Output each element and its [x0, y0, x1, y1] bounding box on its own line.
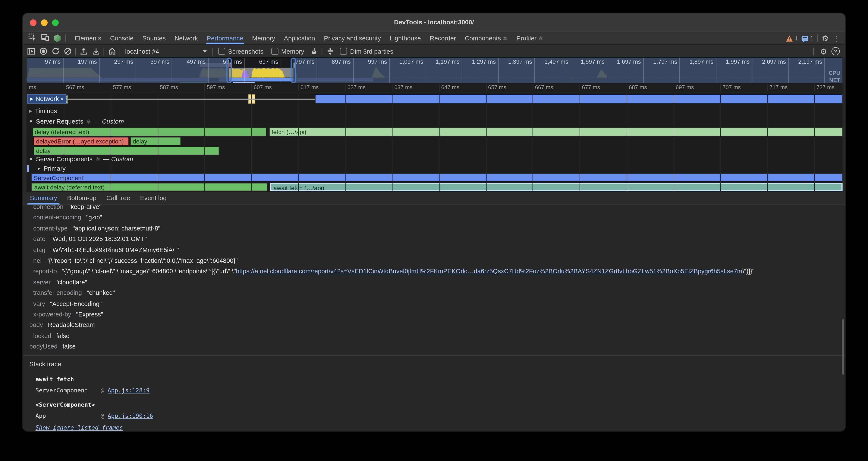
flame-bar[interactable]: await fetch (…/api) — [270, 182, 842, 191]
track-server-requests[interactable]: ▼ Server Requests ⚛ — Custom — [29, 118, 124, 125]
property-row[interactable]: content-type"application/json; charset=u… — [23, 223, 845, 234]
record-icon[interactable] — [37, 46, 49, 57]
tab-sources[interactable]: Sources — [138, 32, 170, 44]
flame-bar[interactable]: delay — [130, 137, 181, 145]
more-options-kebab-icon[interactable]: ⋮ — [833, 34, 840, 42]
caret-down-icon: ▼ — [29, 119, 33, 124]
settings-gear-icon[interactable]: ⚙ — [822, 34, 829, 42]
frame-at-symbol: @ — [101, 387, 104, 394]
reload-and-record-icon[interactable] — [49, 46, 62, 57]
memory-checkbox[interactable]: Memory — [271, 48, 304, 55]
garbage-collect-icon[interactable] — [308, 46, 320, 57]
details-tab-event-log[interactable]: Event log — [135, 192, 172, 205]
track-timings[interactable]: ▶ Timings — [29, 108, 57, 114]
target-selector-dropdown[interactable]: localhost #4 — [122, 48, 210, 55]
load-profile-icon[interactable] — [78, 46, 90, 57]
property-row[interactable]: server"cloudflare" — [23, 277, 845, 288]
ruler-tick-label: 607 ms — [251, 84, 272, 91]
property-row[interactable]: report-to"{\"group\":\"cf-nel\",\"max_ag… — [23, 266, 845, 277]
property-key: connection — [33, 205, 64, 210]
track-network[interactable]: ▶ Network — [27, 94, 67, 104]
tab-components[interactable]: Components⚛ — [461, 32, 512, 44]
tab-recorder[interactable]: Recorder — [425, 32, 460, 44]
timeline-overview[interactable]: 97 ms197 ms297 ms397 ms497 ms597 ms697 m… — [27, 57, 842, 83]
property-row[interactable]: transfer-encoding"chunked" — [23, 288, 845, 298]
tab-memory[interactable]: Memory — [248, 32, 279, 44]
overview-gridline — [353, 58, 354, 83]
tab-console[interactable]: Console — [106, 32, 138, 44]
details-tab-call-tree[interactable]: Call tree — [101, 192, 135, 205]
divider — [813, 48, 814, 55]
tab-performance[interactable]: Performance — [202, 32, 248, 44]
response-properties-list: connection"keep-alive"content-encoding"g… — [23, 205, 845, 431]
overview-gridline — [679, 58, 680, 83]
warnings-badge[interactable]: ! 1 — [786, 35, 798, 41]
frame-source-link[interactable]: App.js:190:16 — [107, 412, 153, 419]
property-row[interactable]: content-encoding"gzip" — [23, 212, 845, 223]
panel-settings-gear-icon[interactable]: ⚙ — [820, 48, 827, 55]
toggle-device-toolbar-icon[interactable] — [41, 33, 49, 44]
report-url-link[interactable]: https://a.nel.cloudflare.com/report/v4?s… — [236, 268, 742, 275]
property-row[interactable]: nel"{\"report_to\":\"cf-nel\",\"success_… — [23, 256, 845, 266]
tab-network[interactable]: Network — [170, 32, 203, 44]
details-tab-summary[interactable]: Summary — [25, 192, 62, 205]
flame-bar[interactable]: delay — [33, 146, 219, 155]
save-profile-icon[interactable] — [90, 46, 102, 57]
property-row[interactable]: lockedfalse — [23, 331, 845, 342]
flame-bar[interactable]: fetch (…/api) — [269, 127, 842, 136]
tab-application[interactable]: Application — [280, 32, 319, 44]
flame-bar[interactable]: await delay (deferred text) — [31, 182, 267, 191]
scrollbar-thumb[interactable] — [842, 319, 844, 375]
selection-handle-left[interactable] — [226, 58, 232, 83]
dim-3rd-parties-checkbox[interactable]: Dim 3rd parties — [340, 48, 394, 55]
home-icon[interactable] — [106, 46, 118, 57]
inspect-element-icon[interactable] — [28, 33, 36, 44]
tab-privacy-and-security[interactable]: Privacy and security — [319, 32, 385, 44]
selection-handle-right[interactable] — [290, 58, 296, 83]
overview-time-label: 997 ms — [368, 58, 390, 65]
net-lane-label: NET — [829, 77, 840, 83]
dim-3rd-parties-label: Dim 3rd parties — [350, 48, 393, 55]
clear-icon[interactable] — [62, 46, 74, 57]
flamechart[interactable]: ▶ Network ▶ Timings ▼ Server Requests ⚛ … — [27, 93, 842, 192]
details-tabbar: SummaryBottom-upCall treeEvent log — [23, 192, 845, 205]
overview-time-label: 1,797 ms — [653, 58, 679, 65]
property-row[interactable]: bodyUsedfalse — [23, 342, 845, 352]
details-tab-bottom-up[interactable]: Bottom-up — [62, 192, 101, 205]
overview-gridline — [389, 58, 390, 83]
issues-badge[interactable]: 1 — [802, 35, 813, 41]
ruler-tick-label: 627 ms — [345, 84, 366, 91]
property-row[interactable]: etag"W/\"4b1-RjEJloX9kRinu6F0MAZMmy6E5iA… — [23, 244, 845, 255]
overview-gridline — [208, 58, 209, 83]
frame-source-link[interactable]: App.js:128:9 — [107, 387, 150, 394]
server-requests-lane-1: delay (deferred text)fetch (…/api) — [27, 127, 842, 136]
group-primary[interactable]: ▼ Primary — [36, 165, 66, 172]
flame-bar[interactable]: delayedError (…ayed exception) — [33, 137, 129, 145]
divider — [103, 48, 104, 55]
property-row[interactable]: connection"keep-alive" — [23, 205, 845, 212]
flame-gridline — [486, 93, 487, 192]
toggle-sidebar-icon[interactable] — [25, 46, 37, 57]
overview-time-label: 2,097 ms — [762, 58, 788, 65]
value-prefix: "{\"group\":\"cf-nel\",\"max_age\":60480… — [62, 268, 236, 275]
divider — [817, 34, 818, 42]
show-ignore-listed-frames-link[interactable]: Show ignore-listed frames — [23, 422, 845, 431]
collapse-sections-icon[interactable] — [324, 46, 336, 57]
track-server-components[interactable]: ▼ Server Components ⚛ — Custom — [29, 156, 133, 162]
message-icon — [802, 36, 808, 40]
help-icon[interactable]: ? — [832, 47, 840, 55]
tab-profiler[interactable]: Profiler⚛ — [512, 32, 548, 44]
property-row[interactable]: x-powered-by"Express" — [23, 309, 845, 320]
screenshots-checkbox[interactable]: Screenshots — [218, 48, 264, 55]
flame-bar[interactable] — [315, 94, 842, 104]
tab-lighthouse[interactable]: Lighthouse — [385, 32, 425, 44]
checkbox-box — [271, 48, 279, 55]
property-row[interactable]: vary"Accept-Encoding" — [23, 298, 845, 309]
property-row[interactable]: date"Wed, 01 Oct 2025 18:32:01 GMT" — [23, 234, 845, 244]
divider — [322, 48, 322, 55]
ruler-tick-label: 637 ms — [392, 84, 412, 91]
tab-elements[interactable]: Elements — [70, 32, 106, 44]
property-value: "Express" — [76, 311, 103, 318]
property-row[interactable]: bodyReadableStream — [23, 320, 845, 330]
flame-bar[interactable]: delay (deferred text) — [32, 127, 267, 136]
